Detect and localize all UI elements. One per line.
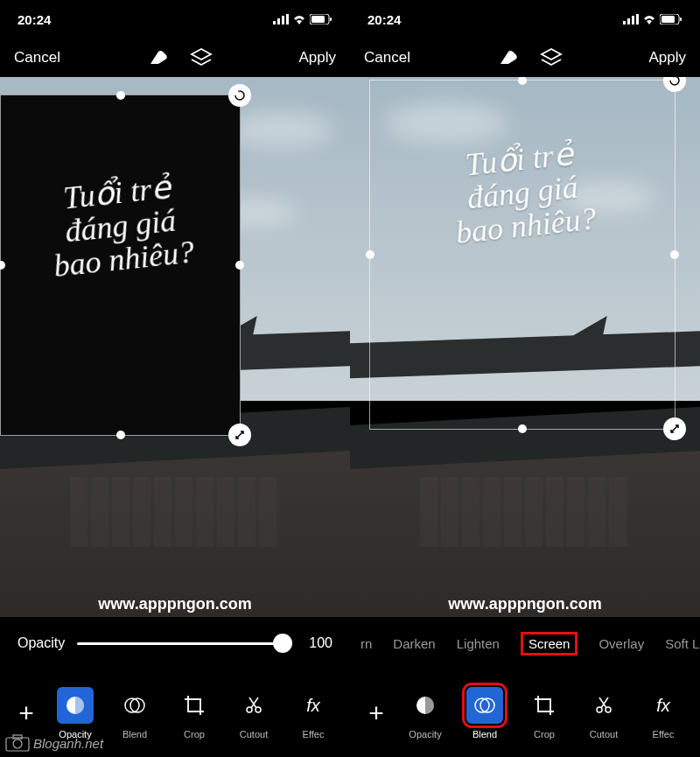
opacity-slider-row: Opacity 100: [0, 617, 350, 669]
tool-opacity[interactable]: Opacity: [396, 687, 455, 739]
svg-rect-2: [282, 16, 284, 25]
resize-handle-left[interactable]: [0, 261, 5, 270]
svg-rect-12: [623, 21, 626, 25]
cutout-icon: [235, 687, 272, 724]
svg-rect-3: [286, 14, 289, 25]
phone-screen-left: 20:24 Cancel Apply Tuổi trẻ đáng giá: [0, 0, 350, 757]
top-bar: Cancel Apply: [350, 39, 700, 77]
top-bar: Cancel Apply: [0, 39, 350, 77]
resize-handle-bottom[interactable]: [116, 431, 125, 439]
status-bar: 20:24: [350, 0, 700, 39]
blog-logo: Bloganh.net: [5, 734, 103, 752]
tool-label: Effec: [303, 729, 325, 739]
svg-rect-26: [13, 735, 22, 739]
svg-rect-6: [330, 18, 332, 21]
resize-handle-bottom[interactable]: [518, 424, 527, 433]
tool-effect[interactable]: fx Effec: [284, 687, 343, 739]
opacity-icon: [407, 687, 444, 724]
svg-rect-15: [636, 14, 639, 25]
rotate-button[interactable]: [228, 84, 251, 107]
blend-mode-overlay[interactable]: Overlay: [598, 636, 644, 651]
tool-opacity[interactable]: Opacity: [46, 687, 105, 739]
eraser-icon[interactable]: [146, 48, 169, 67]
tool-label: Cutout: [240, 729, 268, 739]
opacity-slider[interactable]: [77, 642, 292, 645]
tool-crop[interactable]: Crop: [514, 687, 574, 739]
tool-label: Effec: [653, 729, 675, 739]
overlay-script-text: Tuổi trẻ đáng giá bao nhiêu?: [402, 131, 643, 254]
tool-label: Blend: [122, 729, 147, 739]
scale-button[interactable]: [663, 417, 686, 440]
watermark-text: www.apppngon.com: [448, 595, 601, 613]
opacity-label: Opacity: [18, 635, 65, 651]
bottom-panel: rn Darken Lighten Screen Overlay Soft Li…: [350, 617, 700, 757]
resize-handle-right[interactable]: [235, 261, 244, 270]
tool-cutout[interactable]: Cutout: [574, 687, 634, 739]
canvas[interactable]: Tuổi trẻ đáng giá bao nhiêu?: [350, 77, 700, 617]
tool-blend[interactable]: Blend: [455, 687, 514, 739]
wifi-icon: [642, 14, 656, 25]
tool-label: Crop: [184, 729, 205, 739]
svg-rect-18: [680, 18, 682, 21]
tool-effect[interactable]: fx Effec: [634, 687, 693, 739]
battery-icon: [310, 14, 332, 25]
opacity-icon: [57, 687, 94, 724]
scale-button[interactable]: [228, 424, 251, 446]
tool-crop[interactable]: Crop: [164, 687, 224, 739]
tool-row: + Opacity Blend Crop: [350, 669, 700, 757]
add-button[interactable]: +: [357, 698, 396, 728]
tool-label: Opacity: [409, 729, 441, 739]
text-overlay-layer[interactable]: Tuổi trẻ đáng giá bao nhiêu?: [0, 95, 241, 436]
crop-icon: [176, 687, 213, 724]
tool-blend[interactable]: Blend: [105, 687, 164, 739]
layers-icon[interactable]: [540, 47, 563, 68]
battery-icon: [660, 14, 682, 25]
apply-button[interactable]: Apply: [648, 49, 686, 67]
status-time: 20:24: [18, 12, 51, 27]
blend-mode-softlight[interactable]: Soft Light: [665, 636, 700, 651]
status-icons: [623, 14, 682, 25]
blend-mode-row: rn Darken Lighten Screen Overlay Soft Li…: [350, 617, 700, 669]
add-button[interactable]: +: [7, 698, 46, 728]
blend-mode-partial[interactable]: rn: [360, 636, 372, 651]
resize-handle-right[interactable]: [670, 250, 679, 259]
cutout-icon: [585, 687, 622, 724]
svg-rect-14: [632, 16, 634, 25]
resize-handle-top[interactable]: [116, 91, 125, 100]
status-time: 20:24: [368, 12, 401, 27]
text-overlay-layer[interactable]: Tuổi trẻ đáng giá bao nhiêu?: [369, 80, 676, 430]
opacity-value: 100: [304, 635, 332, 651]
slider-thumb[interactable]: [273, 634, 292, 653]
camera-icon: [5, 734, 30, 752]
tool-label: Cutout: [590, 729, 618, 739]
effect-icon: fx: [645, 687, 682, 724]
wifi-icon: [292, 14, 306, 25]
svg-rect-13: [627, 18, 630, 25]
signal-icon: [623, 14, 639, 25]
canvas[interactable]: Tuổi trẻ đáng giá bao nhiêu?: [0, 77, 350, 617]
blend-mode-darken[interactable]: Darken: [393, 636, 435, 651]
svg-rect-5: [312, 16, 325, 23]
svg-rect-0: [273, 21, 276, 25]
svg-rect-17: [662, 16, 675, 23]
apply-button[interactable]: Apply: [298, 49, 336, 67]
resize-handle-top[interactable]: [518, 77, 527, 85]
overlay-script-text: Tuổi trẻ đáng giá bao nhiêu?: [24, 168, 215, 285]
effect-icon: fx: [295, 687, 332, 724]
resize-handle-left[interactable]: [366, 250, 374, 259]
phone-screen-right: 20:24 Cancel Apply Tuổi trẻ đáng giá: [350, 0, 700, 757]
eraser-icon[interactable]: [496, 48, 519, 67]
blend-icon: [116, 687, 153, 724]
layers-icon[interactable]: [190, 47, 213, 68]
blend-mode-screen[interactable]: Screen: [521, 632, 578, 655]
status-bar: 20:24: [0, 0, 350, 39]
svg-rect-1: [277, 18, 280, 25]
svg-point-25: [13, 739, 22, 748]
blend-mode-lighten[interactable]: Lighten: [457, 636, 500, 651]
cancel-button[interactable]: Cancel: [364, 49, 410, 67]
tool-cutout[interactable]: Cutout: [224, 687, 284, 739]
tool-label: Crop: [534, 729, 555, 739]
crop-icon: [526, 687, 563, 724]
status-icons: [273, 14, 332, 25]
cancel-button[interactable]: Cancel: [14, 49, 60, 67]
